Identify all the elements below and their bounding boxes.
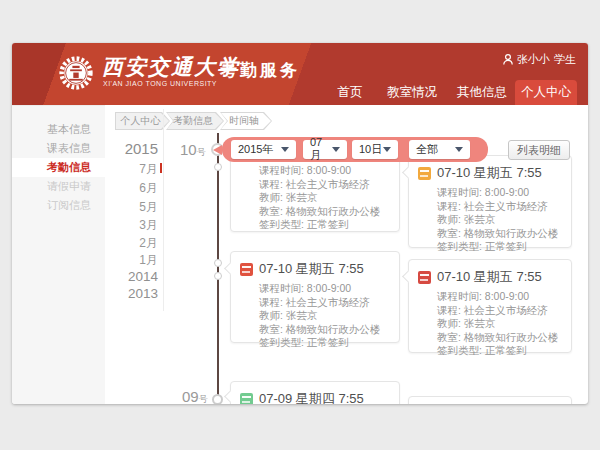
timeline-month-feb[interactable]: 2月: [108, 235, 158, 252]
timeline-month-jan[interactable]: 1月: [108, 252, 158, 269]
card-field: 课程: 社会主义市场经济: [437, 200, 571, 214]
card-field: 课程: 社会主义市场经济: [259, 296, 399, 310]
nav-item-other-info[interactable]: 其他信息: [452, 80, 512, 105]
checkin-stamp-icon: [418, 167, 431, 180]
card-field: 课程: 社会主义市场经济: [259, 178, 399, 192]
breadcrumb-attendance-info[interactable]: 考勤信息: [166, 112, 224, 130]
timeline-month-mar[interactable]: 3月: [108, 217, 158, 234]
checkin-stamp-icon: [240, 393, 253, 405]
timeline-year-2015[interactable]: 2015: [108, 140, 158, 157]
card-title: 07-10 星期五 7:55: [259, 260, 364, 278]
sidebar-item-subscription-info[interactable]: 订阅信息: [12, 196, 105, 215]
timeline-node: [214, 163, 222, 171]
attendance-card: 07-09 星期四 7:55: [230, 381, 400, 404]
chevron-down-icon: [281, 147, 289, 152]
breadcrumb-timeline-current[interactable]: 时间轴: [220, 112, 272, 130]
card-field: 课程时间: 8:00-9:00: [437, 290, 571, 304]
card-title: 07-09 星期四 7:55: [259, 390, 364, 404]
card-field: 教师: 张芸京: [437, 317, 571, 331]
sidebar-item-leave-request[interactable]: 请假申请: [12, 177, 105, 196]
current-month-tick: [160, 163, 162, 173]
year-dropdown-value: 2015年: [238, 142, 273, 157]
type-dropdown[interactable]: 全部: [409, 140, 470, 159]
timeline-day-marker-10: 10号: [180, 141, 206, 159]
filter-bar-pointer: [213, 145, 222, 155]
card-field: 教师: 张芸京: [437, 213, 571, 227]
month-dropdown[interactable]: 07月: [303, 140, 347, 159]
user-info[interactable]: 张小小 学生: [503, 52, 576, 67]
chevron-down-icon: [332, 147, 340, 152]
attendance-card: 07-10 星期五 7:55 课程时间: 8:00-9:00 课程: 社会主义市…: [408, 155, 572, 248]
card-title: 07-10 星期五 7:55: [437, 164, 542, 182]
card-field: 签到类型: 正常签到: [259, 336, 399, 350]
list-detail-button[interactable]: 列表明细: [508, 140, 570, 160]
card-field: 签到类型: 正常签到: [437, 240, 571, 254]
timeline-year-2014[interactable]: 2014: [108, 269, 158, 284]
sidebar: 基本信息 课表信息 考勤信息 请假申请 订阅信息: [12, 105, 105, 404]
timeline-day-marker-09: 09号: [182, 388, 208, 404]
nav-item-classrooms[interactable]: 教室情况: [382, 80, 442, 105]
timeline-month-may[interactable]: 5月: [108, 199, 158, 216]
attendance-card: 07-10 星期五 7:55 课程时间: 8:00-9:00 课程: 社会主义市…: [408, 259, 572, 353]
timeline-rail-divider: [163, 109, 164, 311]
card-field: 课程: 社会主义市场经济: [437, 304, 571, 318]
university-name-en: XI'AN JIAO TONG UNIVERSITY: [103, 80, 217, 87]
attendance-card: 07-10 星期五 7:55 课程时间: 8:00-9:00 课程: 社会主义市…: [230, 251, 400, 343]
card-field: 签到类型: 正常签到: [437, 344, 571, 358]
timeline-node-day09: [212, 394, 223, 404]
month-dropdown-value: 07月: [310, 136, 332, 163]
attendance-card: [408, 396, 572, 404]
timeline-node: [214, 272, 222, 280]
user-role: 学生: [554, 52, 576, 67]
breadcrumb-label: 考勤信息: [167, 113, 223, 129]
card-field: 教室: 格物致知行政办公楼: [437, 227, 571, 241]
breadcrumb-personal-center[interactable]: 个人中心: [115, 112, 170, 130]
card-title: 07-10 星期五 7:55: [437, 268, 542, 286]
type-dropdown-value: 全部: [416, 142, 438, 157]
breadcrumb-label: 个人中心: [116, 113, 169, 129]
card-field: 教室: 格物致知行政办公楼: [259, 323, 399, 337]
person-icon: [503, 54, 513, 65]
checkin-stamp-icon: [240, 263, 253, 276]
timeline-month-jul[interactable]: 7月: [108, 161, 158, 178]
card-field: 课程时间: 8:00-9:00: [437, 186, 571, 200]
card-field: 教师: 张芸京: [259, 309, 399, 323]
card-field: 课程时间: 8:00-9:00: [259, 282, 399, 296]
timeline-node: [214, 259, 222, 267]
sidebar-item-attendance-info-active[interactable]: 考勤信息: [12, 158, 105, 177]
checkin-stamp-icon: [418, 271, 431, 284]
timeline-year-2013[interactable]: 2013: [108, 286, 158, 301]
sidebar-item-schedule-info[interactable]: 课表信息: [12, 139, 105, 158]
sidebar-item-basic-info[interactable]: 基本信息: [12, 120, 105, 139]
timeline-month-jun[interactable]: 6月: [108, 180, 158, 197]
card-field: 教室: 格物致知行政办公楼: [437, 331, 571, 345]
nav-tab-personal-center-active[interactable]: 个人中心: [515, 80, 577, 105]
card-field: 签到类型: 正常签到: [259, 218, 399, 232]
xjtu-logo-icon: [58, 55, 94, 91]
card-field: 教室: 格物致知行政办公楼: [259, 205, 399, 219]
app-header: 西安交通大学 XI'AN JIAO TONG UNIVERSITY 考勤服务 张…: [12, 43, 588, 105]
breadcrumb-label: 时间轴: [221, 113, 271, 129]
year-dropdown[interactable]: 2015年: [231, 140, 296, 159]
card-field: 课程时间: 8:00-9:00: [259, 164, 399, 178]
day-dropdown-value: 10日: [359, 142, 382, 157]
card-field: 教师: 张芸京: [259, 191, 399, 205]
day-dropdown[interactable]: 10日: [352, 140, 398, 159]
user-name: 张小小: [517, 52, 550, 67]
service-title: 考勤服务: [220, 59, 300, 82]
chevron-down-icon: [455, 147, 463, 152]
timeline-axis: [217, 133, 219, 404]
chevron-down-icon: [383, 147, 391, 152]
nav-item-home[interactable]: 首页: [330, 80, 370, 105]
app-window: 西安交通大学 XI'AN JIAO TONG UNIVERSITY 考勤服务 张…: [12, 43, 588, 404]
